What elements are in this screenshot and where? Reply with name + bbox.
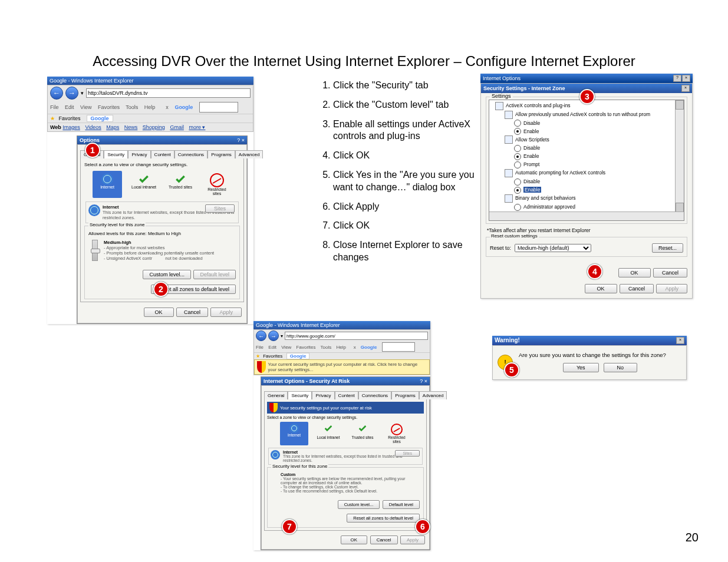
tab-content[interactable]: Content [335, 391, 358, 399]
close-icon[interactable]: × [682, 75, 690, 82]
tab-advanced[interactable]: Advanced [235, 150, 263, 158]
tab-privacy[interactable]: Privacy [128, 150, 150, 158]
dropdown-icon[interactable]: ▾ [281, 333, 283, 339]
tab-connections[interactable]: Connections [358, 391, 391, 399]
zone-selector[interactable]: Internet Local intranet Trusted sites Re… [267, 422, 424, 445]
forward-icon[interactable]: → [268, 330, 279, 341]
google-toolbar-x[interactable]: x [354, 345, 356, 350]
close-icon[interactable]: × [681, 85, 690, 92]
dropdown-icon[interactable]: ▾ [81, 90, 84, 96]
menu-edit[interactable]: Edit [268, 345, 276, 350]
reset-to-select[interactable]: Medium-high (default) [515, 244, 591, 252]
radio-prompt[interactable] [514, 161, 521, 168]
ie-menu-bar[interactable]: File Edit View Favorites Tools Help x Go… [254, 342, 430, 352]
tab-google[interactable]: Google [286, 353, 310, 359]
favorites-star-icon[interactable]: ★ [50, 115, 55, 121]
yes-button[interactable]: Yes [563, 363, 599, 372]
tab-privacy[interactable]: Privacy [312, 391, 334, 399]
tab-security[interactable]: Security [104, 150, 128, 158]
security-infobar[interactable]: Your current security settings put your … [254, 359, 430, 375]
ie-menu-bar[interactable]: File Edit View Favorites Tools Help x Go… [48, 101, 253, 114]
dialog-help-close[interactable]: ? × [420, 378, 427, 384]
forward-icon[interactable]: → [65, 87, 78, 100]
ok-button[interactable]: OK [618, 268, 651, 277]
zone-selector[interactable]: Internet Local intranet Trusted sites Re… [84, 171, 240, 198]
menu-tools[interactable]: Tools [321, 345, 332, 350]
menu-view[interactable]: View [80, 104, 91, 110]
google-toolbar-search[interactable] [382, 342, 415, 352]
zone-internet[interactable]: Internet [280, 422, 308, 445]
radio-enable[interactable] [514, 187, 521, 194]
menu-help[interactable]: Help [144, 104, 156, 110]
radio-enable[interactable] [514, 128, 521, 135]
menu-view[interactable]: View [281, 345, 291, 350]
zone-restricted-sites[interactable]: Restricted sites [202, 171, 232, 198]
tab-general[interactable]: General [264, 391, 288, 399]
tab-programs[interactable]: Programs [207, 150, 235, 158]
security-level-slider[interactable] [92, 240, 98, 261]
radio-admin-approved[interactable] [514, 204, 521, 211]
tab-google[interactable]: Google [87, 115, 113, 122]
tab-connections[interactable]: Connections [174, 150, 207, 158]
horizontal-scrollbar[interactable] [489, 211, 684, 220]
menu-favorites[interactable]: Favorites [98, 104, 120, 110]
zone-trusted-sites[interactable]: Trusted sites [166, 171, 195, 198]
dialog-help-close[interactable]: ? × [237, 137, 245, 143]
link-news[interactable]: News [124, 124, 138, 130]
custom-level-button[interactable]: Custom level... [143, 270, 191, 279]
custom-level-button[interactable]: Custom level... [338, 500, 380, 509]
zone-restricted-sites[interactable]: Restricted sites [383, 422, 411, 445]
back-icon[interactable]: ← [50, 87, 63, 100]
default-level-button[interactable]: Default level [383, 500, 420, 509]
outer-cancel-button[interactable]: Cancel [620, 284, 654, 293]
cancel-button[interactable]: Cancel [370, 535, 398, 544]
back-icon[interactable]: ← [256, 330, 266, 341]
step-1: Click the "Security" tab [333, 80, 477, 92]
radio-disable[interactable] [514, 145, 521, 152]
zone-internet[interactable]: Internet [93, 171, 122, 198]
help-icon[interactable]: ? [673, 75, 681, 82]
radio-disable[interactable] [514, 120, 521, 127]
menu-file[interactable]: File [256, 345, 263, 350]
link-maps[interactable]: Maps [106, 124, 119, 130]
cancel-button[interactable]: Cancel [176, 308, 208, 317]
favorites-bar[interactable]: ★ Favorites Google [48, 114, 253, 123]
outer-ok-button[interactable]: OK [585, 284, 617, 293]
google-toolbar-search[interactable] [199, 102, 238, 113]
menu-favorites[interactable]: Favorites [297, 345, 316, 350]
tab-programs[interactable]: Programs [391, 391, 419, 399]
zone-local-intranet[interactable]: Local intranet [129, 171, 159, 198]
link-images[interactable]: Images [62, 124, 80, 130]
favorites-bar[interactable]: ★ Favorites Google [254, 352, 430, 359]
no-button[interactable]: No [604, 363, 638, 372]
menu-tools[interactable]: Tools [126, 104, 138, 110]
address-bar[interactable] [86, 88, 251, 98]
tab-content[interactable]: Content [151, 150, 174, 158]
ok-button[interactable]: OK [144, 308, 174, 317]
tab-advanced[interactable]: Advanced [419, 391, 447, 399]
reset-all-zones-button[interactable]: Reset all zones to default level [347, 514, 420, 523]
link-web[interactable]: Web [50, 124, 61, 130]
reset-button[interactable]: Reset... [652, 243, 683, 253]
close-icon[interactable]: × [676, 337, 684, 344]
google-toolbar-x[interactable]: x [166, 104, 169, 110]
tab-security[interactable]: Security [288, 391, 312, 399]
menu-edit[interactable]: Edit [65, 104, 74, 110]
link-videos[interactable]: Videos [85, 124, 101, 130]
vertical-scrollbar[interactable] [675, 100, 684, 212]
link-more[interactable]: more ▾ [189, 124, 205, 130]
menu-help[interactable]: Help [337, 345, 346, 350]
link-gmail[interactable]: Gmail [170, 124, 184, 130]
address-bar[interactable] [285, 332, 428, 340]
favorites-star-icon[interactable]: ★ [256, 353, 260, 359]
zone-trusted-sites[interactable]: Trusted sites [348, 422, 377, 445]
cancel-button[interactable]: Cancel [653, 268, 687, 277]
menu-file[interactable]: File [50, 104, 59, 110]
radio-disable[interactable] [514, 178, 521, 186]
link-shopping[interactable]: Shopping [143, 124, 165, 130]
settings-legend: Settings [490, 93, 513, 99]
settings-tree[interactable]: ActiveX controls and plug-ins Allow prev… [489, 100, 684, 221]
zone-local-intranet[interactable]: Local intranet [314, 422, 342, 445]
radio-enable[interactable] [514, 153, 521, 160]
ok-button[interactable]: OK [341, 535, 368, 544]
